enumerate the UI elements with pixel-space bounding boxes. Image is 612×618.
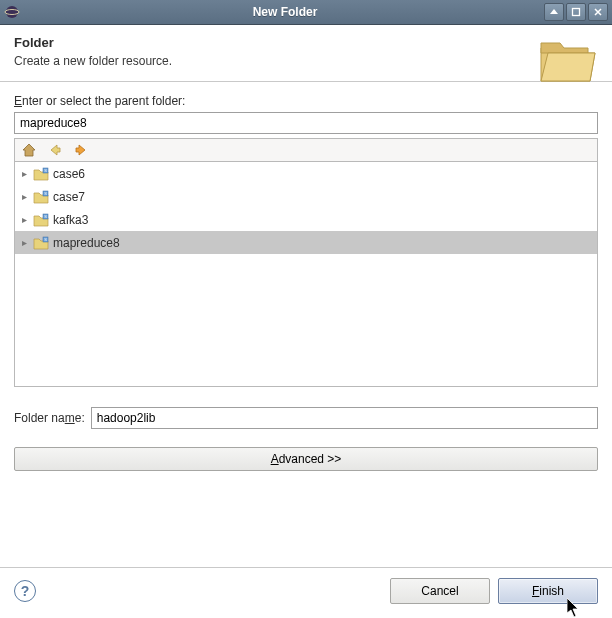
tree-item[interactable]: ▸ S mapreduce8 — [15, 231, 597, 254]
content-area: Enter or select the parent folder: — [0, 82, 612, 567]
expand-arrow-icon[interactable]: ▸ — [19, 169, 29, 179]
tree-item[interactable]: ▸ S case6 — [15, 162, 597, 185]
project-folder-icon: S — [33, 235, 49, 251]
parent-folder-input[interactable] — [14, 112, 598, 134]
svg-text:S: S — [44, 191, 47, 196]
maximize-button[interactable] — [566, 3, 586, 21]
page-subtitle: Create a new folder resource. — [14, 54, 598, 68]
rollup-button[interactable] — [544, 3, 564, 21]
close-button[interactable] — [588, 3, 608, 21]
tree-item-label: mapreduce8 — [53, 236, 120, 250]
tree-item-label: case7 — [53, 190, 85, 204]
title-bar: New Folder — [0, 0, 612, 25]
svg-rect-2 — [573, 9, 580, 16]
tree-toolbar — [14, 138, 598, 161]
svg-text:S: S — [44, 237, 47, 242]
finish-button[interactable]: Finish — [498, 578, 598, 604]
svg-point-0 — [6, 6, 18, 18]
dialog-body: Folder Create a new folder resource. Ent… — [0, 25, 612, 618]
back-arrow-icon[interactable] — [47, 142, 63, 158]
expand-arrow-icon[interactable]: ▸ — [19, 192, 29, 202]
home-icon[interactable] — [21, 142, 37, 158]
cancel-button[interactable]: Cancel — [390, 578, 490, 604]
folder-banner-icon — [538, 33, 598, 88]
svg-text:S: S — [44, 214, 47, 219]
expand-arrow-icon[interactable]: ▸ — [19, 215, 29, 225]
tree-item[interactable]: ▸ S case7 — [15, 185, 597, 208]
tree-item-label: kafka3 — [53, 213, 88, 227]
parent-folder-label: Enter or select the parent folder: — [14, 94, 598, 108]
advanced-button[interactable]: Advanced >> — [14, 447, 598, 471]
project-folder-icon: S — [33, 212, 49, 228]
eclipse-icon — [4, 4, 20, 20]
tree-pane[interactable]: ▸ S case6 ▸ S case7 ▸ S kafka3 — [14, 161, 598, 387]
wizard-header: Folder Create a new folder resource. — [0, 25, 612, 81]
folder-name-input[interactable] — [91, 407, 598, 429]
folder-name-label: Folder name: — [14, 411, 85, 425]
window-title: New Folder — [26, 5, 544, 19]
page-title: Folder — [14, 35, 598, 50]
button-bar: ? Cancel Finish — [0, 567, 612, 618]
help-icon[interactable]: ? — [14, 580, 36, 602]
tree-item-label: case6 — [53, 167, 85, 181]
tree-item[interactable]: ▸ S kafka3 — [15, 208, 597, 231]
expand-arrow-icon[interactable]: ▸ — [19, 238, 29, 248]
svg-text:S: S — [44, 168, 47, 173]
project-folder-icon: S — [33, 166, 49, 182]
project-folder-icon: S — [33, 189, 49, 205]
forward-arrow-icon[interactable] — [73, 142, 89, 158]
